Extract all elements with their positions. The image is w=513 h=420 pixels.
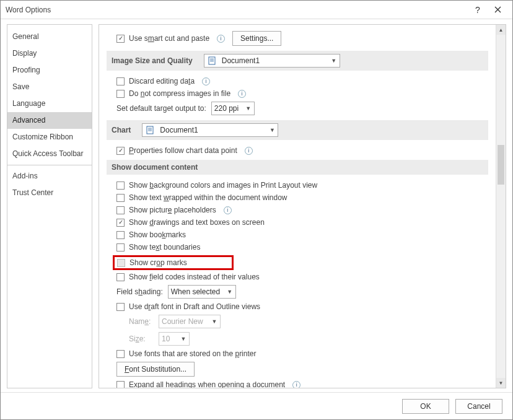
image-size-header-label: Image Size and Quality	[112, 56, 193, 65]
info-icon[interactable]: i	[217, 35, 225, 43]
wrapped-row: Show text wrapped within the document wi…	[107, 193, 488, 202]
fontname-row: Name: Courier New ▼	[107, 315, 488, 328]
document-icon	[145, 125, 155, 135]
sidebar-separator	[7, 165, 92, 165]
fontname-combo: Courier New ▼	[159, 315, 221, 328]
fontsize-label: Size:	[129, 335, 154, 343]
bookmarks-checkbox[interactable]	[116, 231, 125, 239]
bg-label: Show background colors and images in Pri…	[129, 181, 317, 190]
smart-cut-checkbox[interactable]	[116, 35, 125, 43]
fieldshading-combo[interactable]: When selected ▼	[168, 285, 236, 299]
font-substitution-button[interactable]: Font Substitution...	[116, 362, 195, 377]
ok-button[interactable]: OK	[402, 399, 449, 414]
fontsize-combo: 10 ▼	[159, 332, 190, 346]
fontsize-value: 10	[159, 335, 178, 343]
sidebar-item-advanced[interactable]: Advanced	[7, 112, 92, 129]
image-doc-value: Document1	[219, 56, 328, 65]
dialog-title: Word Options	[6, 6, 468, 14]
expandheadings-checkbox[interactable]	[116, 381, 125, 388]
chart-header: Chart Document1 ▼	[107, 120, 488, 140]
discard-editing-row: Discard editing data i	[107, 77, 488, 85]
info-icon[interactable]: i	[202, 77, 210, 85]
image-doc-combo[interactable]: Document1 ▼	[204, 54, 340, 68]
printerfonts-label: Use fonts that are stored on the printer	[129, 349, 256, 358]
bg-checkbox[interactable]	[116, 182, 125, 190]
discard-editing-checkbox[interactable]	[116, 77, 125, 85]
sidebar: General Display Proofing Save Language A…	[7, 24, 92, 388]
fontsub-row: Font Substitution...	[107, 362, 488, 377]
placeholders-row: Show picture placeholders i	[107, 206, 488, 214]
sidebar-item-proofing[interactable]: Proofing	[7, 62, 92, 79]
cropmarks-row: Show crop marks	[107, 255, 488, 270]
fieldshading-value: When selected	[169, 287, 224, 296]
scroll-thumb[interactable]	[498, 145, 504, 185]
scroll-down-arrow[interactable]: ▼	[496, 378, 506, 388]
drawings-checkbox[interactable]	[116, 219, 125, 227]
titlebar: Word Options ?	[1, 1, 512, 19]
cancel-button[interactable]: Cancel	[455, 399, 502, 414]
settings-button[interactable]: Settings...	[232, 31, 281, 46]
draftfont-label: Use draft font in Draft and Outline view…	[129, 302, 260, 311]
textbound-row: Show text boundaries	[107, 243, 488, 252]
bg-row: Show background colors and images in Pri…	[107, 181, 488, 190]
textbound-checkbox[interactable]	[116, 243, 125, 252]
ppi-combo[interactable]: 220 ppi ▼	[211, 102, 255, 115]
vertical-scrollbar[interactable]: ▲ ▼	[496, 25, 506, 388]
sidebar-item-addins[interactable]: Add-ins	[7, 168, 92, 185]
dialog-footer: OK Cancel	[1, 392, 512, 419]
wrapped-label: Show text wrapped within the document wi…	[129, 193, 287, 202]
fontsize-row: Size: 10 ▼	[107, 332, 488, 346]
info-icon[interactable]: i	[238, 90, 246, 98]
expandheadings-label: Expand all headings when opening a docum…	[129, 380, 285, 388]
ppi-value: 220 ppi	[212, 104, 243, 113]
close-button[interactable]	[488, 1, 507, 19]
bookmarks-row: Show bookmarks	[107, 230, 488, 239]
fieldcodes-row: Show field codes instead of their values	[107, 273, 488, 281]
props-follow-label: Properties follow chart data point	[129, 146, 237, 155]
fontname-value: Courier New	[159, 317, 209, 326]
fieldcodes-checkbox[interactable]	[116, 273, 125, 281]
no-compress-checkbox[interactable]	[116, 90, 125, 98]
sidebar-item-general[interactable]: General	[7, 28, 92, 45]
show-doc-header-label: Show document content	[112, 163, 198, 172]
cropmarks-label: Show crop marks	[129, 258, 187, 267]
draftfont-checkbox[interactable]	[116, 303, 125, 311]
info-icon[interactable]: i	[292, 381, 300, 388]
placeholders-checkbox[interactable]	[116, 206, 125, 214]
sidebar-item-trust-center[interactable]: Trust Center	[7, 185, 92, 201]
default-target-row: Set default target output to: 220 ppi ▼	[107, 102, 488, 115]
chart-doc-combo[interactable]: Document1 ▼	[142, 123, 278, 137]
draftfont-row: Use draft font in Draft and Outline view…	[107, 302, 488, 311]
content-scroll: Use smart cut and paste i Settings... Im…	[99, 25, 496, 388]
wrapped-checkbox[interactable]	[116, 194, 125, 202]
word-options-dialog: Word Options ? General Display Proofing …	[0, 0, 513, 420]
svg-rect-1	[147, 126, 153, 134]
default-target-label: Set default target output to:	[116, 104, 206, 113]
placeholders-label: Show picture placeholders	[129, 206, 216, 214]
drawings-row: Show drawings and text boxes on screen	[107, 218, 488, 227]
cropmarks-checkbox[interactable]	[117, 259, 125, 267]
sidebar-item-save[interactable]: Save	[7, 79, 92, 95]
sidebar-item-language[interactable]: Language	[7, 95, 92, 112]
expandheadings-row: Expand all headings when opening a docum…	[107, 380, 488, 388]
image-size-header: Image Size and Quality Document1 ▼	[107, 51, 488, 71]
sidebar-item-display[interactable]: Display	[7, 45, 92, 62]
no-compress-row: Do not compress images in file i	[107, 89, 488, 98]
props-follow-checkbox[interactable]	[116, 147, 125, 155]
fieldcodes-label: Show field codes instead of their values	[129, 273, 260, 281]
props-follow-row: Properties follow chart data point i	[107, 146, 488, 155]
chevron-down-icon: ▼	[243, 105, 254, 112]
smart-cut-label: Use smart cut and paste	[129, 34, 209, 43]
help-button[interactable]: ?	[468, 1, 488, 19]
chart-header-label: Chart	[112, 126, 131, 134]
fieldshading-row: Field shading: When selected ▼	[107, 285, 488, 299]
svg-rect-0	[209, 57, 215, 64]
dialog-body: General Display Proofing Save Language A…	[1, 19, 512, 392]
sidebar-item-quick-access[interactable]: Quick Access Toolbar	[7, 146, 92, 162]
sidebar-item-customize-ribbon[interactable]: Customize Ribbon	[7, 129, 92, 146]
info-icon[interactable]: i	[224, 206, 232, 214]
show-doc-header: Show document content	[107, 160, 488, 175]
printerfonts-checkbox[interactable]	[116, 350, 125, 358]
info-icon[interactable]: i	[245, 147, 253, 155]
scroll-up-arrow[interactable]: ▲	[496, 25, 506, 35]
